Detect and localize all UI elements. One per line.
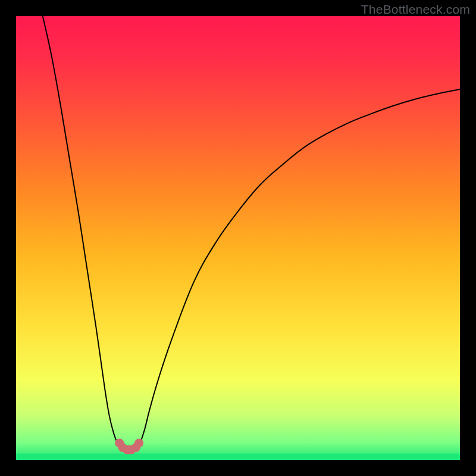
plot-area <box>16 16 460 460</box>
trough-dots <box>115 439 143 454</box>
curve-right-branch <box>136 89 460 449</box>
curve-layer <box>16 16 460 460</box>
green-baseline <box>16 454 460 460</box>
trough-dot <box>134 439 143 447</box>
chart-frame: TheBottleneck.com <box>0 0 476 476</box>
curve-left-branch <box>43 16 123 449</box>
watermark-text: TheBottleneck.com <box>361 2 470 17</box>
